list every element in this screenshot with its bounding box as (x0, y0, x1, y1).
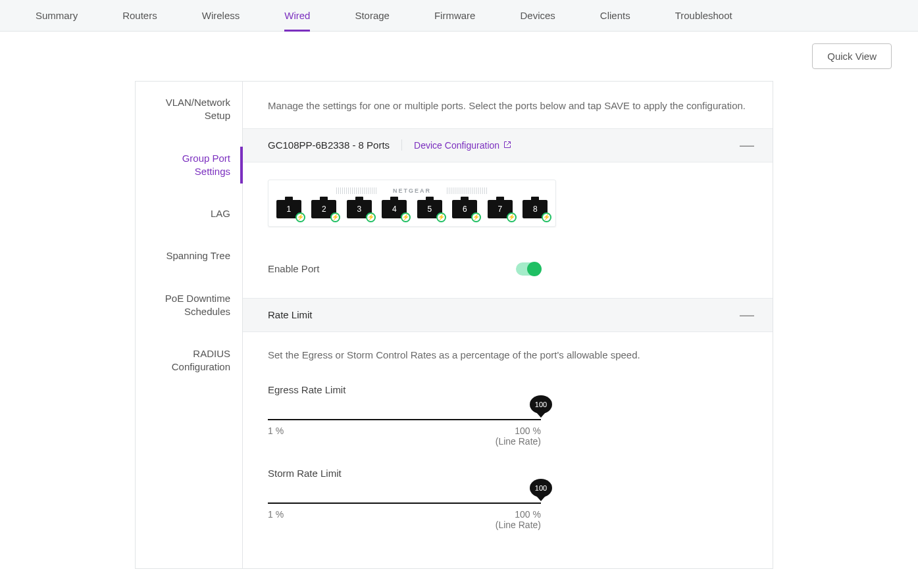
slider-max-label: 100 % (515, 426, 541, 436)
collapse-icon[interactable]: — (740, 308, 754, 322)
slider-title: Egress Rate Limit (268, 384, 541, 395)
slider-max-label: 100 % (515, 509, 541, 520)
poe-badge-icon: ⚡ (507, 212, 517, 222)
external-link-icon (503, 140, 511, 151)
collapse-icon[interactable]: — (740, 138, 754, 153)
tab-summary[interactable]: Summary (13, 0, 100, 32)
poe-badge-icon: ⚡ (366, 212, 376, 222)
egress-rate-slider: Egress Rate Limit1001 %100 %(Line Rate) (268, 384, 541, 447)
sidebar-item-group-port-settings[interactable]: Group Port Settings (136, 137, 242, 193)
poe-badge-icon: ⚡ (401, 212, 411, 222)
tab-storage[interactable]: Storage (332, 0, 412, 32)
slider-value-bubble: 100 (530, 395, 552, 414)
tab-clients[interactable]: Clients (578, 0, 653, 32)
device-configuration-link[interactable]: Device Configuration (414, 140, 511, 151)
slider-fill (268, 502, 541, 504)
poe-badge-icon: ⚡ (330, 212, 340, 222)
rate-limit-body: Set the Egress or Storm Control Rates as… (243, 332, 773, 568)
poe-badge-icon: ⚡ (295, 212, 305, 222)
port-2[interactable]: 2⚡ (309, 200, 340, 220)
slider-track[interactable]: 100 (268, 502, 541, 504)
tab-routers[interactable]: Routers (100, 0, 180, 32)
poe-badge-icon: ⚡ (436, 212, 446, 222)
poe-badge-icon: ⚡ (471, 212, 481, 222)
port-8[interactable]: 8⚡ (521, 200, 551, 220)
port-6[interactable]: 6⚡ (450, 200, 480, 220)
slider-track[interactable]: 100 (268, 419, 541, 420)
device-section-body: NETGEAR 1⚡2⚡3⚡4⚡5⚡6⚡7⚡8⚡ Enable Port (243, 162, 773, 298)
port-3[interactable]: 3⚡ (344, 200, 374, 220)
port-7[interactable]: 7⚡ (485, 200, 515, 220)
slider-title: Storm Rate Limit (268, 468, 541, 479)
tab-troubleshoot[interactable]: Troubleshoot (653, 0, 755, 32)
settings-card: VLAN/Network SetupGroup Port SettingsLAG… (135, 81, 773, 569)
slider-range-labels: 1 %100 % (268, 426, 541, 436)
enable-port-row: Enable Port (268, 257, 541, 281)
slider-min-label: 1 % (268, 509, 284, 520)
port-row: 1⚡2⚡3⚡4⚡5⚡6⚡7⚡8⚡ (274, 200, 550, 220)
tab-devices[interactable]: Devices (497, 0, 577, 32)
intro-text: Manage the settings for one or multiple … (243, 82, 773, 128)
tab-firmware[interactable]: Firmware (412, 0, 498, 32)
switch-brand: NETGEAR (393, 187, 431, 194)
settings-content: Manage the settings for one or multiple … (243, 82, 773, 568)
tab-wired[interactable]: Wired (262, 0, 332, 32)
slider-handle[interactable]: 100 (530, 395, 552, 414)
sidebar-item-poe-downtime-schedules[interactable]: PoE Downtime Schedules (136, 278, 242, 333)
slider-value-bubble: 100 (530, 479, 552, 497)
top-nav: SummaryRoutersWirelessWiredStorageFirmwa… (0, 0, 918, 32)
tab-wireless[interactable]: Wireless (180, 0, 263, 32)
slider-min-label: 1 % (268, 426, 284, 436)
slider-sub-label: (Line Rate) (268, 436, 541, 447)
port-1[interactable]: 1⚡ (274, 200, 304, 220)
enable-port-label: Enable Port (268, 263, 319, 274)
vent-decoration (447, 187, 488, 194)
enable-port-toggle[interactable] (516, 262, 541, 276)
rate-limit-title: Rate Limit (268, 309, 313, 320)
quick-view-row: Quick View (0, 32, 918, 81)
rate-limit-description: Set the Egress or Storm Control Rates as… (268, 349, 748, 360)
sidebar-item-spanning-tree[interactable]: Spanning Tree (136, 235, 242, 277)
rate-limit-header: Rate Limit — (243, 298, 773, 332)
sidebar-item-radius-configuration[interactable]: RADIUS Configuration (136, 333, 242, 389)
slider-range-labels: 1 %100 % (268, 509, 541, 520)
slider-handle[interactable]: 100 (530, 479, 552, 497)
port-4[interactable]: 4⚡ (380, 200, 410, 220)
vent-decoration (336, 187, 377, 194)
quick-view-button[interactable]: Quick View (812, 43, 892, 69)
sidebar-item-vlan-network-setup[interactable]: VLAN/Network Setup (136, 82, 242, 137)
port-5[interactable]: 5⚡ (415, 200, 445, 220)
settings-sidebar: VLAN/Network SetupGroup Port SettingsLAG… (136, 82, 243, 568)
device-configuration-label: Device Configuration (414, 140, 499, 151)
slider-fill (268, 419, 541, 420)
slider-sub-label: (Line Rate) (268, 520, 541, 530)
poe-badge-icon: ⚡ (542, 212, 551, 222)
device-section-header: GC108PP-6B2338 - 8 Ports Device Configur… (243, 128, 773, 162)
switch-illustration: NETGEAR 1⚡2⚡3⚡4⚡5⚡6⚡7⚡8⚡ (268, 180, 556, 227)
device-title: GC108PP-6B2338 - 8 Ports (268, 139, 402, 151)
storm-rate-slider: Storm Rate Limit1001 %100 %(Line Rate) (268, 468, 541, 530)
sidebar-item-lag[interactable]: LAG (136, 193, 242, 235)
